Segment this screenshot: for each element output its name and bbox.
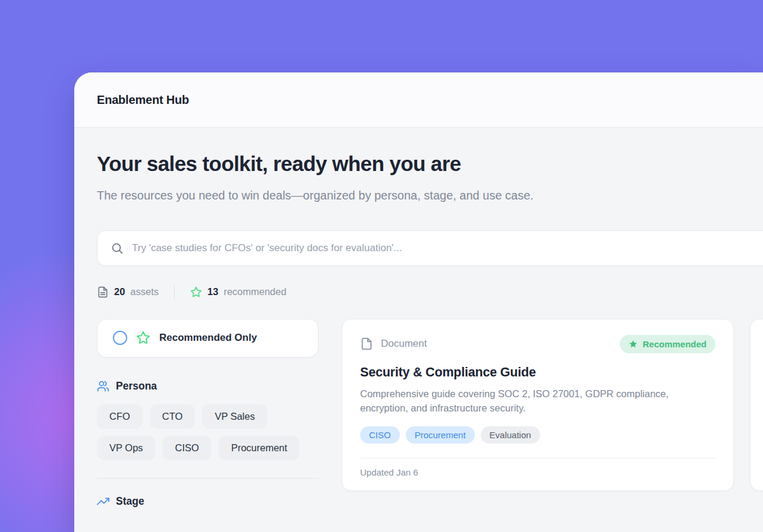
page-title: Your sales toolkit, ready when you are — [97, 153, 763, 176]
window-body: Your sales toolkit, ready when you are T… — [74, 128, 763, 508]
recommended-count: 13 — [207, 286, 218, 297]
persona-chip-cto[interactable]: CTO — [150, 404, 196, 429]
window-header: Enablement Hub — [74, 72, 763, 128]
persona-filter-label: Persona — [116, 380, 157, 392]
persona-chip-vp-ops[interactable]: VP Ops — [97, 436, 156, 460]
recommended-only-label: Recommended Only — [159, 332, 257, 344]
toggle-circle-icon[interactable] — [113, 331, 127, 345]
search-icon — [111, 242, 124, 255]
asset-cards-row: Document Recommended Security & Complian… — [342, 319, 763, 492]
recommended-count-stat: 13 recommended — [190, 286, 286, 298]
star-icon — [136, 331, 150, 345]
stage-filter-header: Stage — [97, 495, 319, 508]
file-icon — [360, 337, 373, 350]
stage-filter-label: Stage — [116, 495, 144, 508]
recommended-badge: Recommended — [620, 335, 715, 353]
search-input[interactable] — [132, 242, 763, 254]
enablement-hub-window: Enablement Hub Your sales toolkit, ready… — [74, 72, 763, 532]
sidebar-divider — [97, 478, 319, 479]
assets-label: assets — [130, 286, 159, 297]
recommended-only-toggle[interactable]: Recommended Only — [97, 319, 319, 357]
card-type-label: Document — [381, 338, 427, 350]
assets-count-stat: 20 assets — [97, 286, 159, 298]
assets-count: 20 — [114, 286, 125, 297]
app-title: Enablement Hub — [97, 93, 189, 107]
persona-chip-cfo[interactable]: CFO — [97, 404, 143, 429]
asset-card-partial[interactable] — [750, 319, 763, 492]
star-icon — [190, 286, 202, 298]
trending-up-icon — [97, 495, 109, 508]
star-filled-icon — [629, 340, 638, 349]
persona-chip-ciso[interactable]: CISO — [163, 436, 212, 460]
users-icon — [97, 380, 109, 392]
card-updated-date: Updated Jan 6 — [360, 458, 715, 490]
persona-chip-list: CFOCTOVP SalesVP OpsCISOProcurement — [97, 404, 319, 460]
card-title: Security & Compliance Guide — [360, 365, 715, 380]
search-bar[interactable] — [97, 230, 763, 266]
recommended-label: recommended — [223, 286, 286, 297]
main-content-row: Recommended Only Persona CFOCTOVP SalesV… — [97, 319, 763, 508]
asset-card-security-compliance-guide[interactable]: Document Recommended Security & Complian… — [342, 319, 734, 492]
card-tag-list: CISOProcurementEvaluation — [360, 426, 715, 444]
card-description: Comprehensive guide covering SOC 2, ISO … — [360, 387, 705, 416]
persona-chip-vp-sales[interactable]: VP Sales — [202, 404, 267, 429]
persona-filter-header: Persona — [97, 380, 319, 392]
stats-divider — [174, 285, 175, 299]
recommended-badge-label: Recommended — [642, 339, 707, 349]
desktop-background: Enablement Hub Your sales toolkit, ready… — [0, 0, 763, 532]
card-tag-procurement: Procurement — [406, 426, 475, 444]
persona-chip-procurement[interactable]: Procurement — [219, 436, 299, 460]
page-subtitle: The resources you need to win deals—orga… — [97, 186, 584, 204]
card-tag-evaluation: Evaluation — [481, 426, 540, 444]
stats-row: 20 assets 13 recommended — [97, 285, 763, 299]
card-meta-row: Document Recommended — [360, 335, 715, 353]
card-tag-ciso: CISO — [360, 426, 400, 444]
filters-sidebar: Recommended Only Persona CFOCTOVP SalesV… — [97, 319, 319, 508]
file-text-icon — [97, 286, 109, 298]
